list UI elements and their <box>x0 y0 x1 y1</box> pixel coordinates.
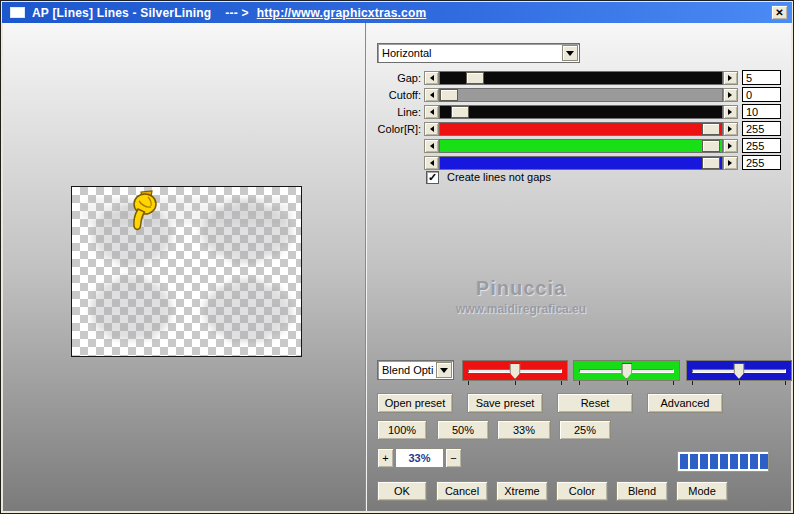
mode-button[interactable]: Mode <box>676 481 728 501</box>
color-red-slider-track[interactable] <box>439 122 723 136</box>
window-title-url: http://www.graphicxtras.com <box>257 6 427 20</box>
slider-arrow-left-icon[interactable] <box>424 156 439 170</box>
cutoff-slider-thumb[interactable] <box>440 89 458 101</box>
progress-segment <box>720 454 728 469</box>
direction-dropdown-value: Horizontal <box>382 47 561 59</box>
zoom-33-button[interactable]: 33% <box>497 420 551 440</box>
line-slider-track[interactable] <box>439 105 723 119</box>
color-red-slider[interactable] <box>424 122 738 136</box>
color-blue-slider[interactable] <box>424 156 738 170</box>
line-slider-thumb[interactable] <box>451 106 469 118</box>
blend-blue-trackbar[interactable] <box>686 360 792 381</box>
preview-image[interactable] <box>71 186 302 357</box>
window-title: AP [Lines] Lines - SilverLining--- >http… <box>32 6 426 20</box>
progress-segment <box>710 454 718 469</box>
blend-green-trackbar[interactable] <box>573 360 680 381</box>
zoom-100-button[interactable]: 100% <box>377 420 427 440</box>
color-button[interactable]: Color <box>556 481 608 501</box>
blend-green-trackbar-thumb[interactable] <box>621 363 632 379</box>
blend-options-dropdown-button[interactable] <box>436 362 452 378</box>
cutoff-slider[interactable] <box>424 88 738 102</box>
hand-pointer-graphic <box>124 188 162 232</box>
slider-arrow-right-icon[interactable] <box>723 156 738 170</box>
line-value-input[interactable] <box>742 104 781 119</box>
blend-red-trackbar[interactable] <box>462 360 568 381</box>
arrow-left-glyph <box>427 143 434 149</box>
plugin-window: AP [Lines] Lines - SilverLining--- >http… <box>0 0 794 514</box>
ok-button[interactable]: OK <box>377 481 427 501</box>
zoom-out-button[interactable]: − <box>445 448 462 468</box>
color-red-value-input[interactable] <box>742 121 781 136</box>
color-green-slider-track[interactable] <box>439 139 723 153</box>
color-blue-value-input[interactable] <box>742 155 781 170</box>
color-blue-slider-thumb[interactable] <box>702 157 720 169</box>
preview-blob <box>200 202 292 262</box>
progress-segment <box>760 454 768 469</box>
gap-slider-track[interactable] <box>439 71 723 85</box>
cutoff-label: Cutoff: <box>343 89 421 102</box>
slider-arrow-left-icon[interactable] <box>424 71 439 85</box>
create-lines-checkbox-box[interactable]: ✓ <box>426 171 439 184</box>
cancel-button[interactable]: Cancel <box>436 481 488 501</box>
direction-dropdown[interactable]: Horizontal <box>377 43 580 63</box>
gap-value-input[interactable] <box>742 70 781 85</box>
close-button[interactable]: ✕ <box>771 5 788 20</box>
arrow-right-glyph <box>728 109 735 115</box>
arrow-right-glyph <box>728 143 735 149</box>
blend-button[interactable]: Blend <box>616 481 668 501</box>
titlebar: AP [Lines] Lines - SilverLining--- >http… <box>2 2 792 23</box>
trackbar-tick <box>739 381 740 385</box>
cutoff-slider-track[interactable] <box>439 88 723 102</box>
watermark-site: www.maidiregrafica.eu <box>401 302 641 316</box>
watermark: Pinuccia www.maidiregrafica.eu <box>401 277 641 316</box>
arrow-right-glyph <box>728 92 735 98</box>
gap-label: Gap: <box>343 72 421 85</box>
zoom-level-display: 33% <box>395 448 444 468</box>
trackbar-tick <box>579 381 580 385</box>
color-red-slider-thumb[interactable] <box>702 123 720 135</box>
dialog-body: Pinuccia www.maidiregrafica.eu Horizonta… <box>3 23 791 511</box>
color-green-slider-thumb[interactable] <box>702 140 720 152</box>
window-icon <box>10 7 25 18</box>
zoom-50-button[interactable]: 50% <box>437 420 489 440</box>
blend-options-dropdown-value: Blend Opti <box>382 364 435 376</box>
reset-button[interactable]: Reset <box>557 393 633 413</box>
progress-bar <box>677 451 769 472</box>
slider-arrow-right-icon[interactable] <box>723 88 738 102</box>
arrow-left-glyph <box>427 92 434 98</box>
open-preset-button[interactable]: Open preset <box>377 393 453 413</box>
slider-arrow-left-icon[interactable] <box>424 139 439 153</box>
save-preset-button[interactable]: Save preset <box>467 393 543 413</box>
slider-arrow-right-icon[interactable] <box>723 71 738 85</box>
blend-red-trackbar-thumb[interactable] <box>510 363 521 379</box>
line-slider[interactable] <box>424 105 738 119</box>
line-label: Line: <box>343 106 421 119</box>
arrow-left-glyph <box>427 160 434 166</box>
blend-options-dropdown[interactable]: Blend Opti <box>377 360 454 380</box>
slider-arrow-right-icon[interactable] <box>723 122 738 136</box>
gap-slider[interactable] <box>424 71 738 85</box>
slider-arrow-left-icon[interactable] <box>424 122 439 136</box>
chevron-down-icon <box>440 368 448 377</box>
window-title-separator: --- > <box>225 6 248 20</box>
advanced-button[interactable]: Advanced <box>647 393 723 413</box>
arrow-right-glyph <box>728 160 735 166</box>
color-blue-slider-track[interactable] <box>439 156 723 170</box>
slider-arrow-left-icon[interactable] <box>424 105 439 119</box>
progress-segment <box>740 454 748 469</box>
direction-dropdown-button[interactable] <box>562 45 578 61</box>
slider-arrow-right-icon[interactable] <box>723 105 738 119</box>
xtreme-button[interactable]: Xtreme <box>496 481 548 501</box>
color-green-value-input[interactable] <box>742 138 781 153</box>
progress-segment <box>750 454 758 469</box>
slider-arrow-left-icon[interactable] <box>424 88 439 102</box>
zoom-25-button[interactable]: 25% <box>559 420 611 440</box>
blend-blue-trackbar-thumb[interactable] <box>734 363 745 379</box>
gap-slider-thumb[interactable] <box>466 72 484 84</box>
trackbar-tick <box>673 381 674 385</box>
trackbar-tick <box>785 381 786 385</box>
slider-arrow-right-icon[interactable] <box>723 139 738 153</box>
color-green-slider[interactable] <box>424 139 738 153</box>
zoom-in-button[interactable]: + <box>377 448 394 468</box>
cutoff-value-input[interactable] <box>742 87 781 102</box>
